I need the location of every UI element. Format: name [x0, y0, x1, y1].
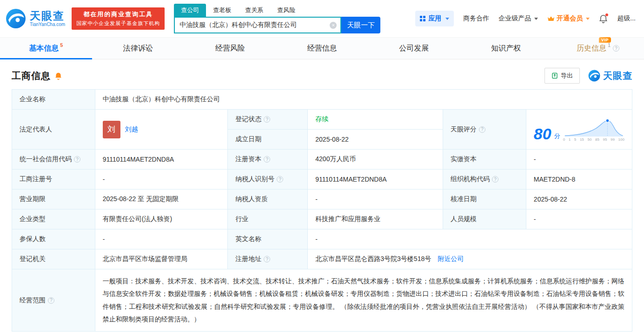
value-insured-count: - — [95, 229, 227, 249]
label-establish-date: 成立日期 — [228, 130, 308, 150]
label-insured-count: 参保人数 — [12, 229, 95, 249]
user-menu[interactable]: 超级... — [617, 14, 636, 23]
promo-line1: 都在用的商业查询工具 — [76, 10, 160, 19]
nav-open-vip[interactable]: 开通会员 — [547, 14, 590, 23]
value-staff-size: - — [526, 209, 632, 229]
value-business-scope: 一般项目：技术服务、技术开发、技术咨询、技术交流、技术转让、技术推广；石油天然气… — [95, 269, 632, 332]
nav-enterprise-products[interactable]: 企业级产品 — [498, 14, 538, 23]
value-legal-rep: 刘 刘越 — [95, 110, 227, 150]
help-icon[interactable] — [264, 116, 270, 123]
value-company-name: 中油技服（北京）科创中心有限责任公司 — [95, 90, 632, 110]
nav-business-cooperation[interactable]: 商务合作 — [463, 14, 489, 23]
export-label: 导出 — [561, 72, 573, 80]
help-icon[interactable] — [613, 45, 619, 52]
label-reg-capital: 注册资本 — [228, 150, 308, 170]
label-company-name: 企业名称 — [12, 90, 95, 110]
apps-menu[interactable]: 应用 — [415, 11, 454, 26]
help-icon[interactable] — [277, 176, 283, 183]
score-unit: 分 — [554, 132, 560, 140]
help-icon[interactable] — [264, 156, 270, 163]
watermark-text: 天眼查 — [603, 70, 632, 82]
user-name: 超级... — [617, 14, 636, 23]
search-tab-boss[interactable]: 查老板 — [206, 4, 238, 17]
clear-icon[interactable] — [330, 22, 337, 29]
business-info-table: 企业名称 中油技服（北京）科创中心有限责任公司 法定代表人 刘 刘越 登记状态 … — [12, 89, 632, 332]
label-reg-address: 注册地址 — [228, 249, 308, 269]
search-tab-risk[interactable]: 查风险 — [270, 4, 302, 17]
label-reg-number: 工商注册号 — [12, 170, 95, 189]
export-button[interactable]: 导出 — [544, 68, 580, 84]
brand-name: 天眼查 — [30, 10, 65, 22]
search-tab-relation[interactable]: 查关系 — [238, 4, 270, 17]
nav-vip-label: 开通会员 — [557, 14, 583, 23]
value-org-code: MAET2DND-8 — [526, 170, 632, 189]
tab-basic-label: 基本信息 — [29, 44, 59, 53]
label-reg-authority: 登记机关 — [12, 249, 95, 269]
value-reg-capital: 4200万人民币 — [308, 150, 443, 170]
label-taxpayer-quality: 纳税人资质 — [228, 189, 308, 209]
chevron-down-icon — [534, 18, 538, 20]
notification-dot — [605, 13, 608, 16]
tab-legal-proceedings[interactable]: 法律诉讼 — [92, 38, 184, 59]
search-button[interactable]: 天眼一下 — [341, 17, 380, 33]
tab-basic-count: 5 — [60, 42, 63, 48]
crown-icon — [547, 16, 555, 21]
value-establish-date: 2025-08-22 — [308, 130, 443, 150]
tab-basic-info[interactable]: 基本信息 5 — [0, 38, 92, 59]
search-tabs: 查公司 查老板 查关系 查风险 — [174, 4, 380, 17]
legal-rep-link[interactable]: 刘越 — [125, 125, 138, 134]
tianyancha-logo-icon — [588, 70, 600, 82]
monitor-bell-icon[interactable] — [54, 72, 62, 80]
search-input[interactable] — [175, 18, 340, 32]
legal-rep-avatar[interactable]: 刘 — [103, 121, 120, 138]
tab-operating-risk[interactable]: 经营风险 — [184, 38, 276, 59]
label-credit-code: 统一社会信用代码 — [12, 150, 95, 170]
promo-line2: 国家中小企业发展子基金旗下机构 — [76, 20, 160, 27]
nav-enterprise-label: 企业级产品 — [498, 14, 531, 23]
label-legal-rep: 法定代表人 — [12, 110, 95, 150]
value-taxpayer-quality: - — [308, 189, 443, 209]
label-business-scope: 经营范围 — [12, 269, 95, 332]
value-reg-status: 存续 — [308, 110, 443, 130]
label-company-type: 企业类型 — [12, 209, 95, 229]
tianyancha-logo[interactable]: 天眼查 TianYanCha.com — [6, 8, 65, 29]
tab-history-info[interactable]: 历史信息 VIP 1 — [552, 38, 644, 59]
status-badge: 存续 — [315, 115, 328, 123]
score-distribution-chart: 0151550859599100 — [563, 117, 624, 142]
section-title: 工商信息 — [12, 70, 51, 82]
tab-history-label: 历史信息 — [577, 44, 606, 53]
tab-risk-label: 经营风险 — [215, 44, 245, 53]
tab-ip-label: 知识产权 — [491, 44, 521, 53]
help-icon[interactable] — [264, 256, 270, 262]
help-icon[interactable] — [492, 176, 498, 183]
value-reg-number: - — [95, 170, 227, 189]
top-right-nav: 应用 商务合作 企业级产品 开通会员 超级... — [415, 11, 636, 26]
tab-company-development[interactable]: 公司发展 — [368, 38, 460, 59]
tianyancha-watermark: 天眼查 — [588, 70, 632, 82]
brand-domain: TianYanCha.com — [30, 22, 65, 27]
help-icon[interactable] — [479, 126, 485, 133]
promo-badge: 都在用的商业查询工具 国家中小企业发展子基金旗下机构 — [72, 7, 165, 30]
nearby-companies-link[interactable]: 附近公司 — [438, 255, 464, 262]
grid-icon — [420, 16, 425, 21]
label-org-code: 组织机构代码 — [443, 170, 526, 189]
search-area: 查公司 查老板 查关系 查风险 天眼一下 — [174, 4, 380, 33]
value-industry: 科技推广和应用服务业 — [308, 209, 443, 229]
search-tab-company[interactable]: 查公司 — [174, 4, 206, 17]
score-value: 80 — [534, 126, 551, 142]
help-icon[interactable] — [74, 156, 80, 163]
top-header: 天眼查 TianYanCha.com 都在用的商业查询工具 国家中小企业发展子基… — [0, 0, 644, 37]
value-reg-authority: 北京市昌平区市场监督管理局 — [95, 249, 227, 269]
value-approval-date: 2025-08-22 — [526, 189, 632, 209]
value-credit-code: 91110114MAET2DND8A — [95, 150, 227, 170]
company-tabbar: 基本信息 5 法律诉讼 经营风险 经营信息 公司发展 知识产权 历史信息 VIP… — [0, 37, 644, 59]
tab-operating-info[interactable]: 经营信息 — [276, 38, 368, 59]
tab-intellectual-property[interactable]: 知识产权 — [460, 38, 552, 59]
value-paid-capital: - — [526, 150, 632, 170]
label-approval-date: 核准日期 — [443, 189, 526, 209]
notification-bell[interactable] — [599, 14, 608, 23]
export-icon — [551, 72, 558, 79]
search-input-wrap — [174, 17, 341, 33]
help-icon[interactable] — [48, 297, 54, 304]
label-staff-size: 人员规模 — [443, 209, 526, 229]
